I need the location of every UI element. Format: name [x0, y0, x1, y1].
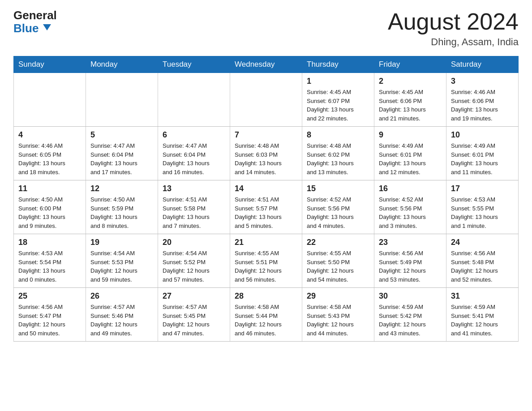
calendar-header-thursday: Thursday [302, 56, 374, 73]
calendar-cell: 20Sunrise: 4:54 AMSunset: 5:52 PMDayligh… [158, 234, 230, 288]
calendar-cell: 23Sunrise: 4:56 AMSunset: 5:49 PMDayligh… [374, 234, 446, 288]
day-number: 25 [18, 291, 81, 301]
day-number: 30 [379, 291, 442, 301]
day-number: 16 [379, 184, 442, 193]
calendar-week-row: 25Sunrise: 4:56 AMSunset: 5:47 PMDayligh… [14, 288, 519, 342]
day-number: 17 [451, 184, 514, 193]
calendar-cell: 29Sunrise: 4:58 AMSunset: 5:43 PMDayligh… [302, 288, 374, 342]
day-info: Sunrise: 4:56 AMSunset: 5:49 PMDaylight:… [379, 249, 442, 284]
month-year-title: August 2024 [388, 9, 519, 34]
calendar-cell: 27Sunrise: 4:57 AMSunset: 5:45 PMDayligh… [158, 288, 230, 342]
calendar-cell: 22Sunrise: 4:55 AMSunset: 5:50 PMDayligh… [302, 234, 374, 288]
day-number: 22 [307, 238, 369, 247]
day-number: 9 [379, 130, 442, 140]
day-number: 24 [451, 238, 514, 247]
day-info: Sunrise: 4:59 AMSunset: 5:42 PMDaylight:… [379, 303, 442, 338]
day-number: 11 [18, 184, 81, 193]
calendar-cell: 9Sunrise: 4:49 AMSunset: 6:01 PMDaylight… [374, 127, 446, 180]
day-info: Sunrise: 4:45 AMSunset: 6:07 PMDaylight:… [307, 88, 369, 123]
calendar-cell: 26Sunrise: 4:57 AMSunset: 5:46 PMDayligh… [86, 288, 158, 342]
calendar-cell: 19Sunrise: 4:54 AMSunset: 5:53 PMDayligh… [86, 234, 158, 288]
day-number: 14 [235, 184, 297, 193]
day-number: 26 [90, 291, 153, 301]
day-info: Sunrise: 4:48 AMSunset: 6:02 PMDaylight:… [307, 141, 369, 176]
calendar-week-row: 1Sunrise: 4:45 AMSunset: 6:07 PMDaylight… [14, 73, 519, 127]
calendar-cell: 4Sunrise: 4:46 AMSunset: 6:05 PMDaylight… [14, 127, 86, 180]
calendar-cell: 18Sunrise: 4:53 AMSunset: 5:54 PMDayligh… [14, 234, 86, 288]
day-info: Sunrise: 4:46 AMSunset: 6:06 PMDaylight:… [451, 88, 514, 123]
calendar-cell [86, 73, 158, 127]
day-info: Sunrise: 4:51 AMSunset: 5:58 PMDaylight:… [163, 195, 225, 230]
page-header: General Blue August 2024 Dhing, Assam, I… [13, 9, 519, 48]
calendar-cell: 15Sunrise: 4:52 AMSunset: 5:56 PMDayligh… [302, 180, 374, 234]
logo-triangle-icon [43, 24, 51, 30]
day-number: 23 [379, 238, 442, 247]
day-info: Sunrise: 4:47 AMSunset: 6:04 PMDaylight:… [163, 141, 225, 176]
logo-general: General [13, 9, 57, 22]
day-number: 6 [163, 130, 225, 140]
calendar-cell: 24Sunrise: 4:56 AMSunset: 5:48 PMDayligh… [446, 234, 519, 288]
day-info: Sunrise: 4:52 AMSunset: 5:56 PMDaylight:… [307, 195, 369, 230]
day-info: Sunrise: 4:48 AMSunset: 6:03 PMDaylight:… [235, 141, 297, 176]
calendar-table: SundayMondayTuesdayWednesdayThursdayFrid… [13, 56, 519, 342]
day-number: 21 [235, 238, 297, 247]
day-number: 3 [451, 77, 514, 86]
calendar-cell: 21Sunrise: 4:55 AMSunset: 5:51 PMDayligh… [230, 234, 302, 288]
calendar-cell: 11Sunrise: 4:50 AMSunset: 6:00 PMDayligh… [14, 180, 86, 234]
day-number: 29 [307, 291, 369, 301]
day-number: 15 [307, 184, 369, 193]
calendar-cell: 14Sunrise: 4:51 AMSunset: 5:57 PMDayligh… [230, 180, 302, 234]
day-number: 27 [163, 291, 225, 301]
calendar-week-row: 4Sunrise: 4:46 AMSunset: 6:05 PMDaylight… [14, 127, 519, 180]
day-info: Sunrise: 4:49 AMSunset: 6:01 PMDaylight:… [451, 141, 514, 176]
day-info: Sunrise: 4:58 AMSunset: 5:43 PMDaylight:… [307, 303, 369, 338]
calendar-cell: 17Sunrise: 4:53 AMSunset: 5:55 PMDayligh… [446, 180, 519, 234]
calendar-cell [230, 73, 302, 127]
day-info: Sunrise: 4:49 AMSunset: 6:01 PMDaylight:… [379, 141, 442, 176]
day-info: Sunrise: 4:54 AMSunset: 5:52 PMDaylight:… [163, 249, 225, 284]
day-number: 7 [235, 130, 297, 140]
calendar-cell: 3Sunrise: 4:46 AMSunset: 6:06 PMDaylight… [446, 73, 519, 127]
calendar-header-row: SundayMondayTuesdayWednesdayThursdayFrid… [14, 56, 519, 73]
calendar-header-saturday: Saturday [446, 56, 519, 73]
day-info: Sunrise: 4:53 AMSunset: 5:54 PMDaylight:… [18, 249, 81, 284]
calendar-header-wednesday: Wednesday [230, 56, 302, 73]
day-number: 4 [18, 130, 81, 140]
day-info: Sunrise: 4:57 AMSunset: 5:45 PMDaylight:… [163, 303, 225, 338]
calendar-week-row: 11Sunrise: 4:50 AMSunset: 6:00 PMDayligh… [14, 180, 519, 234]
day-number: 20 [163, 238, 225, 247]
calendar-cell: 30Sunrise: 4:59 AMSunset: 5:42 PMDayligh… [374, 288, 446, 342]
calendar-cell: 1Sunrise: 4:45 AMSunset: 6:07 PMDaylight… [302, 73, 374, 127]
day-info: Sunrise: 4:50 AMSunset: 5:59 PMDaylight:… [90, 195, 153, 230]
calendar-cell: 10Sunrise: 4:49 AMSunset: 6:01 PMDayligh… [446, 127, 519, 180]
day-number: 18 [18, 238, 81, 247]
calendar-cell: 2Sunrise: 4:45 AMSunset: 6:06 PMDaylight… [374, 73, 446, 127]
day-info: Sunrise: 4:53 AMSunset: 5:55 PMDaylight:… [451, 195, 514, 230]
day-info: Sunrise: 4:52 AMSunset: 5:56 PMDaylight:… [379, 195, 442, 230]
day-number: 2 [379, 77, 442, 86]
calendar-header-monday: Monday [86, 56, 158, 73]
day-info: Sunrise: 4:56 AMSunset: 5:48 PMDaylight:… [451, 249, 514, 284]
day-number: 28 [235, 291, 297, 301]
calendar-cell: 8Sunrise: 4:48 AMSunset: 6:02 PMDaylight… [302, 127, 374, 180]
title-block: August 2024 Dhing, Assam, India [388, 9, 519, 48]
day-info: Sunrise: 4:54 AMSunset: 5:53 PMDaylight:… [90, 249, 153, 284]
day-info: Sunrise: 4:59 AMSunset: 5:41 PMDaylight:… [451, 303, 514, 338]
calendar-cell: 5Sunrise: 4:47 AMSunset: 6:04 PMDaylight… [86, 127, 158, 180]
calendar-week-row: 18Sunrise: 4:53 AMSunset: 5:54 PMDayligh… [14, 234, 519, 288]
day-info: Sunrise: 4:46 AMSunset: 6:05 PMDaylight:… [18, 141, 81, 176]
logo: General Blue [13, 9, 57, 34]
calendar-cell [14, 73, 86, 127]
day-number: 31 [451, 291, 514, 301]
calendar-cell: 6Sunrise: 4:47 AMSunset: 6:04 PMDaylight… [158, 127, 230, 180]
day-info: Sunrise: 4:58 AMSunset: 5:44 PMDaylight:… [235, 303, 297, 338]
calendar-cell: 16Sunrise: 4:52 AMSunset: 5:56 PMDayligh… [374, 180, 446, 234]
day-info: Sunrise: 4:51 AMSunset: 5:57 PMDaylight:… [235, 195, 297, 230]
day-number: 5 [90, 130, 153, 140]
calendar-cell: 25Sunrise: 4:56 AMSunset: 5:47 PMDayligh… [14, 288, 86, 342]
day-number: 1 [307, 77, 369, 86]
calendar-cell: 13Sunrise: 4:51 AMSunset: 5:58 PMDayligh… [158, 180, 230, 234]
calendar-header-friday: Friday [374, 56, 446, 73]
day-info: Sunrise: 4:55 AMSunset: 5:50 PMDaylight:… [307, 249, 369, 284]
day-info: Sunrise: 4:56 AMSunset: 5:47 PMDaylight:… [18, 303, 81, 338]
